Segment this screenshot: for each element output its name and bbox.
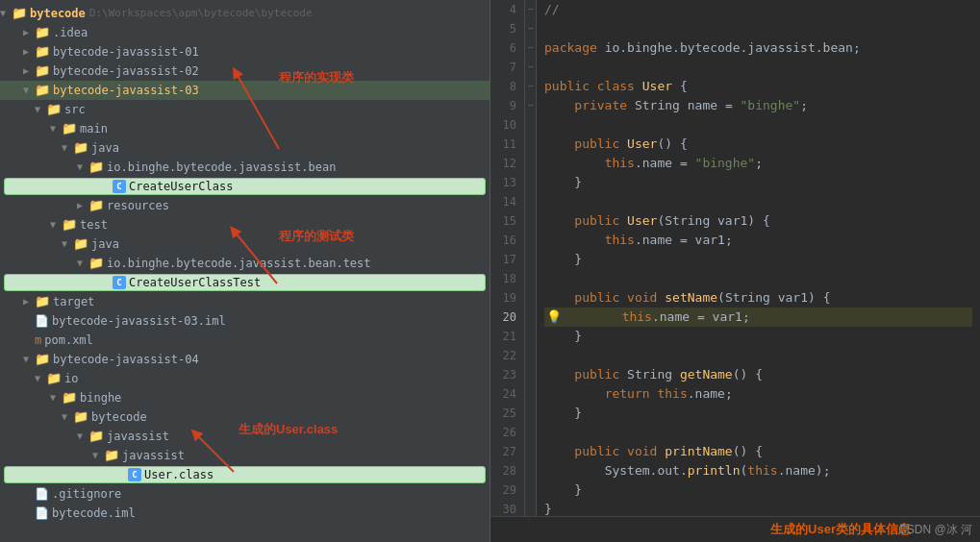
line-num: 10 <box>498 115 516 135</box>
line-num: 5 <box>498 19 516 38</box>
folder-icon: 📁 <box>46 370 62 387</box>
tree-arrow: ▼ <box>77 255 88 272</box>
folder-icon: 📁 <box>88 159 104 176</box>
code-line-22 <box>544 346 972 365</box>
folder-icon: 📁 <box>62 389 77 406</box>
code-line-17: } <box>544 250 972 269</box>
tree-item-binghe[interactable]: ▼ 📁 binghe <box>0 388 490 407</box>
folder-icon: 📁 <box>104 447 119 464</box>
code-content[interactable]: // package io.binghe.bytecode.javassist.… <box>537 0 980 516</box>
code-editor-panel: 4 5 6 7 8 9 10 11 12 13 14 15 16 17 18 1… <box>490 0 980 542</box>
tree-label: src <box>64 101 86 118</box>
fold-icon[interactable]: − <box>525 96 536 115</box>
tree-label: bytecode-javassist-03.iml <box>52 312 226 330</box>
code-line-15: public User(String var1) { <box>544 211 972 231</box>
folder-icon: 📁 <box>12 5 27 22</box>
folder-icon: 📁 <box>35 351 50 368</box>
fold-icon[interactable]: − <box>525 58 536 77</box>
folder-icon: 📁 <box>88 255 104 272</box>
tree-item-target[interactable]: ▶ 📁 target <box>0 292 490 311</box>
tree-label: .idea <box>53 24 88 41</box>
folder-icon: 📁 <box>88 428 104 445</box>
tree-item-src[interactable]: ▼ 📁 src <box>0 100 490 119</box>
code-line-27: public void printName() { <box>544 442 972 461</box>
tree-arrow: ▼ <box>23 351 35 368</box>
tree-item-gitignore[interactable]: ▶ 📄 .gitignore <box>0 484 490 504</box>
code-line-8: public class User { <box>544 77 972 96</box>
tree-arrow: ▼ <box>77 159 88 176</box>
tree-item-java-main[interactable]: ▼ 📁 java <box>0 138 490 158</box>
tree-item-javassist-04[interactable]: ▼ 📁 bytecode-javassist-04 <box>0 350 490 369</box>
tree-item-bytecode-folder[interactable]: ▼ 📁 bytecode <box>0 407 490 427</box>
line-num: 29 <box>498 480 516 500</box>
tree-item-javassist-02[interactable]: ▶ 📁 bytecode-javassist-02 <box>0 62 490 81</box>
tree-arrow: ▼ <box>77 428 88 445</box>
csdn-watermark: CSDN @冰 河 <box>898 522 972 538</box>
tree-item-io[interactable]: ▼ 📁 io <box>0 369 490 388</box>
folder-icon: 📁 <box>35 43 50 61</box>
line-num: 30 <box>498 500 516 516</box>
line-numbers: 4 5 6 7 8 9 10 11 12 13 14 15 16 17 18 1… <box>490 0 525 516</box>
tree-item-javassist-folder[interactable]: ▼ 📁 javassist <box>0 427 490 446</box>
code-line-29: } <box>544 480 972 500</box>
tree-item-UserClass[interactable]: ▶ C User.class <box>4 466 486 483</box>
tree-label: io.binghe.bytecode.javassist.bean <box>107 159 336 176</box>
tree-item-resources[interactable]: ▶ 📁 resources <box>0 196 490 215</box>
line-num: 9 <box>498 96 516 115</box>
fold-icon[interactable]: − <box>525 0 536 19</box>
tree-label: bytecode-javassist-03 <box>53 82 199 99</box>
fold-gutter: − − − − − − <box>525 0 537 516</box>
code-line-19: public void setName(String var1) { <box>544 288 972 308</box>
fold-icon[interactable]: − <box>525 19 536 38</box>
code-line-16: this.name = var1; <box>544 231 972 250</box>
line-num: 4 <box>498 0 516 19</box>
tree-item-test[interactable]: ▼ 📁 test <box>0 215 490 234</box>
code-line-5 <box>544 19 972 38</box>
tree-item-iml-03[interactable]: ▶ 📄 bytecode-javassist-03.iml <box>0 311 490 331</box>
tree-item-pom[interactable]: ▶ m pom.xml <box>0 331 490 350</box>
line-num: 19 <box>498 288 516 308</box>
tree-arrow: ▼ <box>50 389 62 406</box>
fold-icon[interactable]: − <box>525 38 536 58</box>
code-line-21: } <box>544 327 972 346</box>
tree-label: bytecode-javassist-02 <box>53 62 199 80</box>
tree-arrow: ▼ <box>35 370 46 387</box>
line-num: 15 <box>498 211 516 231</box>
fold-icon[interactable]: − <box>525 77 536 96</box>
line-num: 7 <box>498 58 516 77</box>
tree-item-main[interactable]: ▼ 📁 main <box>0 119 490 138</box>
tree-item-CreateUserClass[interactable]: ▶ C CreateUserClass <box>4 178 486 195</box>
code-area: 4 5 6 7 8 9 10 11 12 13 14 15 16 17 18 1… <box>490 0 980 516</box>
code-line-12: this.name = "binghe"; <box>544 154 972 173</box>
line-num: 21 <box>498 327 516 346</box>
tree-arrow: ▶ <box>23 293 35 310</box>
tree-arrow: ▼ <box>62 408 73 426</box>
tree-item-CreateUserClassTest[interactable]: ▶ C CreateUserClassTest <box>4 274 486 291</box>
tree-arrow: ▼ <box>23 82 35 99</box>
tree-item-idea[interactable]: ▶ 📁 .idea <box>0 23 490 42</box>
tree-arrow: ▼ <box>62 139 73 157</box>
folder-icon: 📁 <box>88 197 104 214</box>
tree-item-javassist-03[interactable]: ▼ 📁 bytecode-javassist-03 <box>0 81 490 100</box>
line-num: 12 <box>498 154 516 173</box>
tree-label: javassist <box>122 447 185 464</box>
code-line-13: } <box>544 173 972 192</box>
tree-item-javassist-01[interactable]: ▶ 📁 bytecode-javassist-01 <box>0 42 490 62</box>
code-line-7 <box>544 58 972 77</box>
tree-arrow: ▶ <box>23 43 35 61</box>
bottom-bar: 生成的User类的具体信息 CSDN @冰 河 <box>490 516 980 542</box>
tree-item-bytecode-root[interactable]: ▼ 📁 bytecode D:\Workspaces\apm\bytecode\… <box>0 4 490 23</box>
code-line-18 <box>544 269 972 288</box>
tree-arrow: ▶ <box>23 24 35 41</box>
tree-label: javassist <box>107 428 169 445</box>
tree-item-bean-folder[interactable]: ▼ 📁 javassist <box>0 446 490 465</box>
tree-item-java-test[interactable]: ▼ 📁 java <box>0 234 490 254</box>
code-line-23: public String getName() { <box>544 365 972 384</box>
tree-item-bean-pkg[interactable]: ▼ 📁 io.binghe.bytecode.javassist.bean <box>0 158 490 177</box>
tree-item-bean-test-pkg[interactable]: ▼ 📁 io.binghe.bytecode.javassist.bean.te… <box>0 254 490 273</box>
tree-label: bytecode-javassist-01 <box>53 43 199 61</box>
tree-item-bytecode-iml[interactable]: ▶ 📄 bytecode.iml <box>0 504 490 523</box>
tree-label: resources <box>107 197 169 214</box>
tree-arrow: ▶ <box>101 278 113 288</box>
tree-arrow: ▼ <box>50 216 62 234</box>
